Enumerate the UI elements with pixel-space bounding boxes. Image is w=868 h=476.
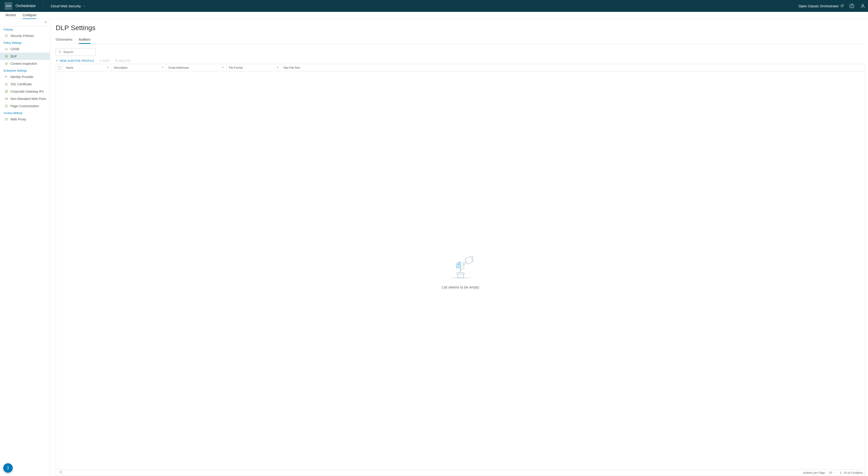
per-page-value: 10 — [829, 471, 832, 474]
search-box[interactable] — [56, 48, 96, 56]
user-icon-button[interactable] — [860, 3, 866, 9]
sidebar: Policies Security Policies Policy Settin… — [0, 19, 50, 476]
sidebar-item-label: SSL Certificate — [10, 82, 32, 86]
svg-point-34 — [8, 469, 8, 470]
context-dropdown[interactable]: Cloud Web Security — [51, 4, 86, 8]
open-classic-link[interactable]: Open Classic Orchestrator — [799, 4, 844, 8]
column-label: Name — [66, 66, 73, 69]
app-body: Policies Security Policies Policy Settin… — [0, 19, 868, 476]
per-page-select[interactable]: 10 — [829, 471, 836, 474]
sidebar-group-enterprise-settings: Enterprise Settings — [0, 67, 50, 73]
brand-logo: vmw — [5, 2, 12, 10]
action-label: DELETE — [119, 59, 130, 63]
content: DLP Settings Dictionaries Auditors NEW A… — [50, 19, 868, 476]
svg-line-31 — [461, 266, 462, 267]
svg-line-17 — [60, 52, 61, 53]
grid-icon — [5, 55, 8, 58]
topbar-divider — [43, 3, 43, 9]
svg-rect-12 — [5, 98, 8, 100]
table-footer: Auditors per Page 10 1 - 10 of 0 Auditor… — [56, 469, 865, 476]
column-checkbox[interactable] — [56, 64, 64, 71]
svg-line-29 — [462, 265, 463, 266]
filter-icon[interactable] — [161, 66, 164, 69]
user-check-icon — [5, 75, 8, 79]
table-body-empty: List seems to be empty — [56, 71, 865, 469]
cloud-icon — [5, 47, 8, 51]
svg-point-28 — [464, 268, 464, 269]
help-icon-button[interactable] — [849, 3, 855, 9]
topbar-right: Open Classic Orchestrator — [799, 3, 866, 9]
edit-page-icon — [5, 104, 8, 108]
filter-icon[interactable] — [222, 66, 224, 69]
svg-rect-10 — [5, 90, 8, 93]
sidebar-item-non-standard-web-ports[interactable]: Non-Standard Web Ports — [0, 95, 50, 102]
shield-icon — [5, 34, 8, 38]
main-tabs: Monitor Configure — [0, 12, 868, 19]
svg-rect-11 — [6, 91, 7, 92]
sidebar-item-casb[interactable]: CASB — [0, 45, 50, 53]
chevron-down-icon — [83, 4, 86, 8]
chevrons-left-icon — [44, 21, 47, 25]
pencil-icon — [99, 59, 102, 63]
sidebar-item-label: CASB — [10, 47, 19, 51]
svg-point-8 — [5, 76, 7, 77]
search-input[interactable] — [63, 50, 93, 54]
proxy-icon — [5, 118, 8, 121]
sidebar-item-dlp[interactable]: DLP — [0, 53, 50, 60]
column-name[interactable]: Name — [64, 64, 112, 71]
filter-icon[interactable] — [107, 66, 109, 69]
svg-point-3 — [862, 4, 863, 6]
context-label: Cloud Web Security — [51, 4, 81, 8]
ports-icon — [5, 97, 8, 101]
tab-monitor[interactable]: Monitor — [5, 12, 16, 19]
checkbox-icon[interactable] — [58, 66, 61, 69]
sidebar-group-access-method: Access Method — [0, 110, 50, 116]
network-icon — [5, 90, 8, 93]
tab-configure[interactable]: Configure — [23, 12, 36, 19]
column-file-format[interactable]: File Format — [226, 64, 281, 71]
column-max-file-size[interactable]: Max File Size — [281, 64, 865, 71]
sidebar-group-policies: Policies — [0, 26, 50, 32]
sidebar-item-label: DLP — [10, 55, 17, 58]
action-row: NEW AUDITOR PROFILE EDIT DELETE — [56, 59, 865, 63]
per-page-label: Auditors per Page — [803, 471, 825, 474]
subtab-dictionaries[interactable]: Dictionaries — [56, 38, 72, 44]
subtab-auditors[interactable]: Auditors — [79, 38, 90, 44]
column-email-addresses[interactable]: Email Addresses — [166, 64, 226, 71]
svg-line-0 — [842, 4, 843, 6]
sidebar-item-page-customization[interactable]: Page Customization — [0, 102, 50, 110]
column-description[interactable]: Description — [112, 64, 166, 71]
sidebar-item-label: Web Proxy — [10, 118, 26, 121]
column-label: Description — [114, 66, 127, 69]
sidebar-item-content-inspection[interactable]: Content Inspection — [0, 60, 50, 67]
sidebar-item-web-proxy[interactable]: Web Proxy — [0, 116, 50, 123]
plus-icon — [56, 59, 58, 63]
pagination-range: 1 - 10 of 0 Auditors — [840, 471, 863, 474]
help-fab-button[interactable] — [3, 463, 13, 473]
svg-point-2 — [851, 7, 852, 7]
topbar-left: vmw Orchestrator Cloud Web Security — [5, 2, 86, 10]
svg-line-30 — [463, 266, 464, 267]
sidebar-item-label: Non-Standard Web Ports — [10, 97, 46, 101]
empty-state-illustration — [446, 252, 475, 282]
lock-icon — [5, 82, 8, 86]
topbar: vmw Orchestrator Cloud Web Security Open… — [0, 0, 868, 12]
svg-rect-22 — [457, 273, 464, 274]
column-label: Email Addresses — [168, 66, 189, 69]
svg-point-16 — [59, 51, 60, 53]
new-auditor-profile-button[interactable]: NEW AUDITOR PROFILE — [56, 59, 94, 63]
column-label: File Format — [229, 66, 243, 69]
sidebar-item-corporate-gateway-ips[interactable]: Corporate Gateway IPs — [0, 88, 50, 95]
sidebar-item-security-policies[interactable]: Security Policies — [0, 32, 50, 39]
sidebar-item-label: Identity Provider — [10, 75, 34, 79]
sidebar-item-label: Page Customization — [10, 104, 39, 108]
sidebar-collapse-button[interactable] — [0, 19, 50, 26]
column-toggle-icon[interactable] — [58, 471, 62, 475]
inspect-icon — [5, 62, 8, 65]
filter-icon[interactable] — [277, 66, 279, 69]
sidebar-item-label: Security Policies — [10, 34, 34, 38]
sidebar-item-identity-provider[interactable]: Identity Provider — [0, 73, 50, 81]
sidebar-item-ssl-certificate[interactable]: SSL Certificate — [0, 81, 50, 88]
svg-point-27 — [460, 271, 460, 271]
edit-button: EDIT — [99, 59, 110, 63]
